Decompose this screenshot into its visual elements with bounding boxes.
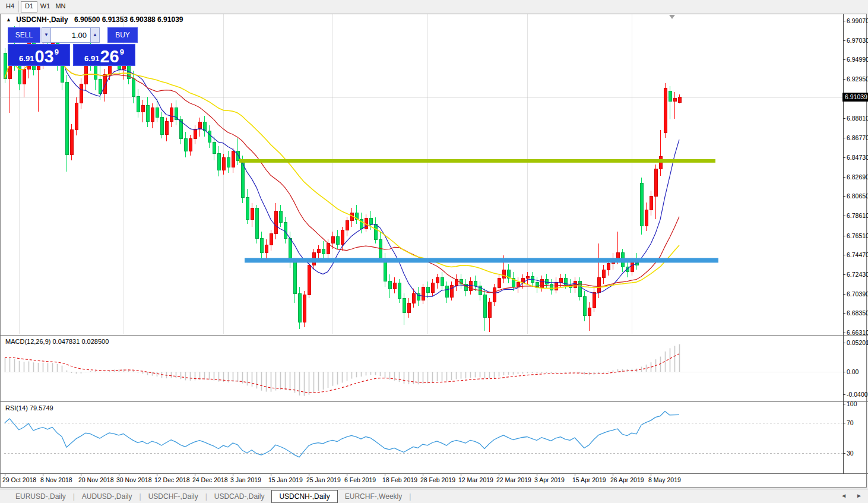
- price-axis-label: 6.68350: [847, 309, 868, 317]
- axis-tick: [843, 423, 845, 423]
- rsi-label: RSI(14) 79.5749: [5, 404, 53, 412]
- date-axis-label: 3 Apr 2019: [534, 476, 565, 483]
- date-axis-label: 22 Mar 2019: [496, 476, 531, 483]
- price-axis-label: 6.84730: [847, 154, 868, 161]
- date-axis-label: 12 Dec 2018: [154, 476, 190, 483]
- price-axis-line: [843, 14, 844, 474]
- date-axis-label: 18 Feb 2019: [382, 476, 417, 483]
- tab-separator: |: [409, 492, 411, 501]
- rsi-axis-label: 30: [847, 450, 854, 457]
- price-axis-label: 6.97030: [847, 37, 868, 44]
- tab-eurusd-daily[interactable]: EURUSD-,Daily: [8, 491, 73, 502]
- price-axis-label: 6.99070: [847, 17, 868, 24]
- current-price-tag: 6.91039: [842, 93, 868, 102]
- price-axis-label: 6.76510: [847, 232, 868, 239]
- date-axis-label: 6 Feb 2019: [344, 476, 376, 483]
- buy-price-tile[interactable]: 6.91 26 9: [73, 44, 135, 66]
- axis-tick: [843, 196, 845, 197]
- price-axis-label: 6.70390: [847, 290, 868, 298]
- price-axis-label: 6.72430: [847, 271, 868, 278]
- price-axis-label: 6.78610: [847, 212, 868, 219]
- axis-tick: [843, 404, 845, 404]
- chart-tabs: EURUSD-,Daily|AUDUSD-,Daily|USDCHF-,Dail…: [8, 490, 411, 503]
- axis-tick: [843, 313, 845, 314]
- volume-increase-button[interactable]: ▲: [90, 27, 100, 43]
- date-axis-label: 29 Oct 2018: [2, 476, 36, 483]
- timeframe-button-mn[interactable]: MN: [53, 1, 68, 11]
- date-axis-label: 28 Feb 2019: [420, 476, 455, 483]
- axis-tick: [843, 372, 845, 372]
- spinner-up-icon: ▲: [93, 32, 97, 37]
- axis-tick: [843, 333, 845, 333]
- panel-separator[interactable]: [0, 335, 868, 336]
- chart-tabs-bar: EURUSD-,Daily|AUDUSD-,Daily|USDCHF-,Dail…: [0, 489, 868, 503]
- date-axis-label: 15 Apr 2019: [572, 476, 606, 483]
- axis-tick: [843, 40, 845, 41]
- axis-tick: [843, 177, 845, 178]
- date-axis-label: 24 Dec 2018: [192, 476, 228, 483]
- axis-tick: [843, 394, 845, 395]
- timeframe-button-h4[interactable]: H4: [2, 1, 18, 11]
- date-axis-label: 26 Apr 2019: [610, 476, 644, 483]
- buy-price-big: 26: [100, 49, 119, 64]
- chart-title: ▲ USDCNH-,Daily 6.90500 6.91353 6.90388 …: [6, 15, 183, 24]
- date-axis-label: 20 Nov 2018: [78, 476, 114, 483]
- axis-tick: [843, 216, 845, 216]
- chart-shift-marker-icon[interactable]: [669, 15, 675, 19]
- price-axis-label: 6.92950: [847, 75, 868, 83]
- price-axis-label: 6.82690: [847, 173, 868, 181]
- axis-tick: [843, 453, 845, 454]
- date-axis-label: 25 Jan 2019: [306, 476, 341, 483]
- buy-price-prefix: 6.91: [84, 54, 99, 63]
- axis-tick: [843, 343, 845, 343]
- date-axis-label: 12 Mar 2019: [458, 476, 493, 483]
- axis-tick: [843, 157, 845, 158]
- date-axis-label: 8 Nov 2018: [40, 476, 72, 483]
- metatrader-workspace: H4 D1 W1 MN ▲ USDCNH-,Daily 6.90500 6.91…: [0, 0, 868, 503]
- axis-tick: [843, 138, 845, 138]
- sell-price-big: 03: [34, 49, 53, 64]
- chart-symbol-label: USDCNH-,Daily: [16, 15, 68, 24]
- timeframe-button-w1[interactable]: W1: [37, 1, 53, 11]
- buy-price-pip: 9: [120, 48, 124, 56]
- panel-separator: [0, 473, 868, 474]
- axis-tick: [843, 118, 845, 119]
- one-click-trading-panel: SELL ▼ ▲ BUY 6.91 03 9 6.91 26 9: [8, 27, 138, 66]
- tab-usdcnh-daily[interactable]: USDCNH-,Daily: [271, 490, 337, 503]
- tab-audusd-daily[interactable]: AUDUSD-,Daily: [75, 491, 140, 502]
- price-axis-label: 6.86770: [847, 134, 868, 141]
- macd-axis-label: -0.040019: [847, 391, 868, 398]
- macd-panel-chart[interactable]: [0, 337, 868, 401]
- macd-label: MACD(12,26,9) 0.047831 0.028500: [5, 338, 109, 345]
- tab-eurchf-weekly[interactable]: EURCHF-,Weekly: [338, 491, 409, 502]
- rsi-axis-label: 100: [847, 400, 857, 407]
- axis-tick: [843, 236, 845, 236]
- sell-price-pip: 9: [55, 48, 59, 56]
- tab-usdcad-daily[interactable]: USDCAD-,Daily: [207, 491, 272, 502]
- toolbar-separator: [18, 1, 19, 12]
- axis-tick: [843, 59, 845, 60]
- sell-price-prefix: 6.91: [19, 54, 34, 63]
- macd-axis-label: 0.052015: [847, 339, 868, 346]
- tab-scroll-left-icon[interactable]: ◄: [841, 492, 847, 499]
- axis-tick: [843, 255, 845, 255]
- tab-usdchf-daily[interactable]: USDCHF-,Daily: [141, 491, 205, 502]
- price-axis-label: 6.88810: [847, 115, 868, 122]
- rsi-panel-chart[interactable]: [0, 403, 868, 473]
- volume-input[interactable]: [50, 27, 91, 43]
- volume-decrease-button[interactable]: ▼: [42, 27, 51, 43]
- buy-button[interactable]: BUY: [107, 27, 138, 43]
- macd-axis-label: 0.00: [847, 368, 859, 375]
- date-axis-label: 3 Jan 2019: [230, 476, 261, 483]
- timeframe-button-d1[interactable]: D1: [21, 1, 37, 12]
- sell-price-tile[interactable]: 6.91 03 9: [8, 44, 70, 66]
- price-axis-label: 6.80650: [847, 192, 868, 200]
- price-axis-label: 6.66310: [847, 329, 868, 336]
- sell-button[interactable]: SELL: [8, 27, 40, 43]
- price-axis-label: 6.74470: [847, 251, 868, 258]
- timeframe-toolbar: H4 D1 W1 MN: [0, 0, 868, 13]
- date-axis-label: 30 Nov 2018: [116, 476, 152, 483]
- panel-separator[interactable]: [0, 401, 868, 402]
- collapse-arrow-icon[interactable]: ▲: [6, 17, 11, 23]
- tab-scroll-right-icon[interactable]: ►: [856, 492, 862, 499]
